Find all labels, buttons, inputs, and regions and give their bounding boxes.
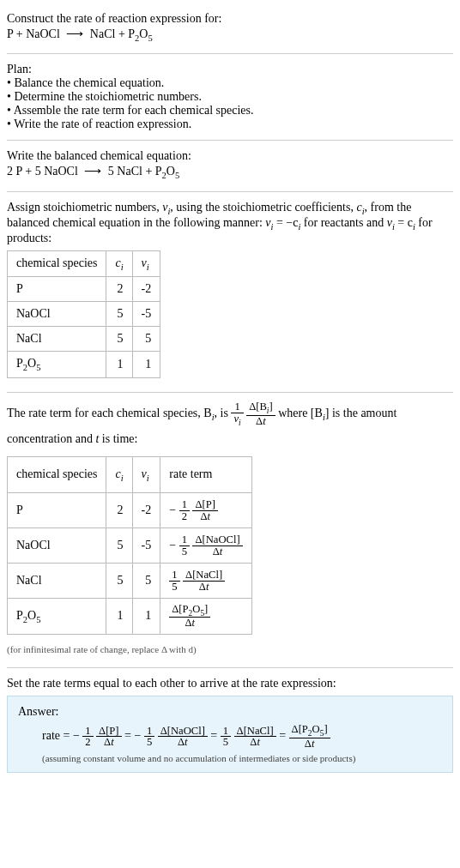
- cell-ci: 2: [106, 277, 132, 302]
- cell-vi: 1: [132, 352, 160, 378]
- cell-ci: 5: [106, 527, 132, 563]
- plan-section: Plan: Balance the chemical equation. Det…: [7, 57, 453, 136]
- divider: [7, 191, 453, 192]
- col-ci: ci: [106, 456, 132, 492]
- cell-vi: 1: [132, 598, 160, 635]
- table-row: P2O5 1 1 Δ[P2O5]Δt: [8, 598, 252, 635]
- col-ci: ci: [106, 250, 132, 277]
- cell-vi: -5: [132, 527, 160, 563]
- cell-vi: -5: [132, 302, 160, 327]
- table-row: P2O5 1 1: [8, 352, 160, 378]
- cell-species: P: [8, 277, 106, 302]
- cell-rate: − 12 Δ[P]Δt: [160, 492, 251, 527]
- frac-num: 1: [231, 401, 243, 413]
- table-row: NaOCl 5 -5 − 15 Δ[NaOCl]Δt: [8, 527, 252, 563]
- divider: [7, 140, 453, 141]
- cell-ci: 5: [106, 327, 132, 352]
- text: The rate term for each chemical species,…: [7, 407, 212, 419]
- cell-ci: 2: [106, 492, 132, 527]
- balanced-equation: 2 P + 5 NaOCl ⟶ 5 NaCl + P2O5: [7, 163, 453, 182]
- cell-rate: Δ[P2O5]Δt: [160, 598, 251, 635]
- table-row: NaOCl 5 -5: [8, 302, 160, 327]
- plan-list: Balance the chemical equation. Determine…: [7, 76, 453, 131]
- cell-species: P: [8, 492, 106, 527]
- cell-rate: − 15 Δ[NaOCl]Δt: [160, 527, 251, 563]
- construct-line: Construct the rate of reaction expressio…: [7, 12, 453, 26]
- unbalanced-equation: P + NaOCl ⟶ NaCl + P2O5: [7, 26, 453, 45]
- rate-prefix: rate =: [42, 729, 73, 742]
- plan-item: Assemble the rate term for each chemical…: [7, 104, 453, 118]
- stoich-intro: Assign stoichiometric numbers, νi, using…: [7, 201, 453, 245]
- answer-expression: rate = − 12 Δ[P]Δt = − 15 Δ[NaOCl]Δt = 1…: [18, 724, 442, 750]
- cell-vi: -2: [132, 277, 160, 302]
- frac-den: νi: [231, 413, 243, 427]
- sub-i: i: [147, 262, 149, 271]
- plan-item: Balance the chemical equation.: [7, 76, 453, 90]
- rate-term-table: chemical species ci νi rate term P 2 -2 …: [7, 456, 252, 635]
- answer-box: Answer: rate = − 12 Δ[P]Δt = − 15 Δ[NaOC…: [7, 696, 453, 773]
- answer-note: (assuming constant volume and no accumul…: [18, 753, 442, 763]
- table-row: P 2 -2: [8, 277, 160, 302]
- fraction: Δ[Bi]Δt: [246, 401, 275, 427]
- text: where [B: [278, 407, 323, 419]
- frac-num: Δ[Bi]: [246, 401, 275, 416]
- cell-ci: 1: [106, 352, 132, 378]
- table-row: NaCl 5 5: [8, 327, 160, 352]
- cell-species: P2O5: [8, 598, 106, 635]
- cell-vi: 5: [132, 327, 160, 352]
- cell-species: NaCl: [8, 327, 106, 352]
- text: for reactants and: [300, 216, 386, 229]
- text: Assign stoichiometric numbers,: [7, 201, 162, 214]
- cell-vi: -2: [132, 492, 160, 527]
- cell-species: NaCl: [8, 563, 106, 598]
- plan-title: Plan:: [7, 63, 453, 76]
- rate-term-section: The rate term for each chemical species,…: [7, 396, 453, 664]
- balanced-intro: Write the balanced chemical equation:: [7, 149, 453, 163]
- plan-item: Write the rate of reaction expression.: [7, 118, 453, 131]
- text: = −c: [273, 216, 298, 229]
- fraction: 1νi: [231, 401, 243, 427]
- cell-species: NaOCl: [8, 302, 106, 327]
- col-species: chemical species: [8, 456, 106, 492]
- cell-species: P2O5: [8, 352, 106, 378]
- text: , using the stoichiometric coefficients,: [170, 201, 356, 214]
- divider: [7, 667, 453, 668]
- frac-den: Δt: [246, 416, 275, 427]
- cell-ci: 5: [106, 563, 132, 598]
- table-row: NaCl 5 5 15 Δ[NaCl]Δt: [8, 563, 252, 598]
- infinitesimal-note: (for infinitesimal rate of change, repla…: [7, 640, 453, 659]
- set-equal-text: Set the rate terms equal to each other t…: [7, 677, 453, 690]
- cell-rate: 15 Δ[NaCl]Δt: [160, 563, 251, 598]
- text: is time:: [99, 432, 137, 445]
- col-vi: νi: [132, 250, 160, 277]
- col-species: chemical species: [8, 250, 106, 277]
- cell-ci: 5: [106, 302, 132, 327]
- plan-item: Determine the stoichiometric numbers.: [7, 90, 453, 104]
- col-rate: rate term: [160, 456, 251, 492]
- cell-ci: 1: [106, 598, 132, 635]
- text: = c: [395, 216, 413, 229]
- balanced-section: Write the balanced chemical equation: 2 …: [7, 144, 453, 187]
- cell-species: NaOCl: [8, 527, 106, 563]
- stoich-table: chemical species ci νi P 2 -2 NaOCl 5 -5…: [7, 250, 160, 379]
- divider: [7, 392, 453, 393]
- set-equal-section: Set the rate terms equal to each other t…: [7, 672, 453, 778]
- cell-vi: 5: [132, 563, 160, 598]
- stoich-section: Assign stoichiometric numbers, νi, using…: [7, 196, 453, 389]
- col-vi: νi: [132, 456, 160, 492]
- table-row: P 2 -2 − 12 Δ[P]Δt: [8, 492, 252, 527]
- sub-i: i: [121, 262, 124, 271]
- answer-label: Answer:: [18, 705, 442, 719]
- divider: [7, 53, 453, 54]
- text: , is: [215, 407, 232, 419]
- problem-statement: Construct the rate of reaction expressio…: [7, 7, 453, 50]
